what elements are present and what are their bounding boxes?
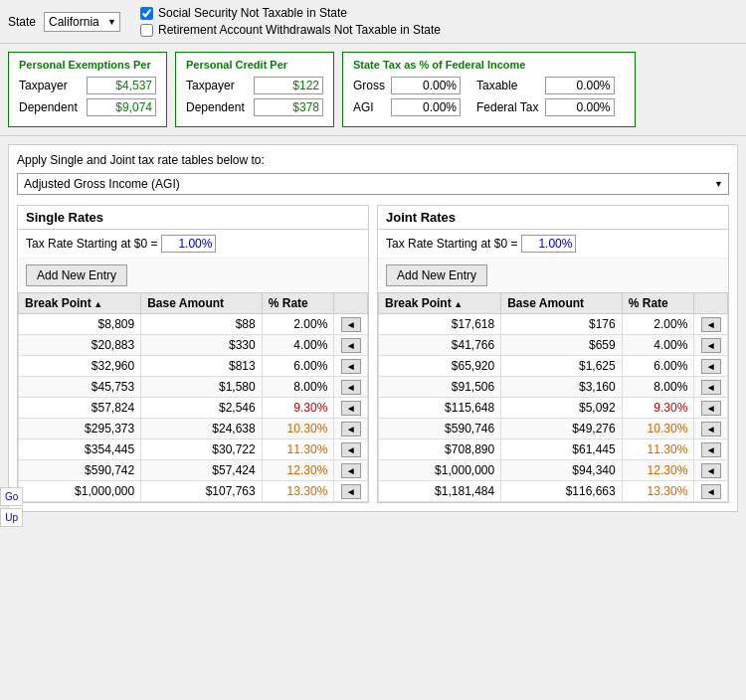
single-del-cell[interactable]: ◄: [334, 398, 368, 419]
joint-delete-button[interactable]: ◄: [701, 380, 721, 395]
joint-base-amount-header[interactable]: Base Amount: [501, 293, 623, 314]
single-base-amount-cell: $30,722: [141, 439, 263, 460]
joint-del-cell[interactable]: ◄: [694, 314, 728, 335]
up-button[interactable]: Up: [0, 508, 23, 527]
table-row: $295,373 $24,638 10.30% ◄: [19, 419, 368, 439]
joint-del-cell[interactable]: ◄: [694, 377, 728, 398]
single-delete-button[interactable]: ◄: [341, 359, 361, 374]
joint-del-cell[interactable]: ◄: [694, 481, 728, 502]
taxpayer-exemption-row: Taxpayer: [19, 77, 156, 94]
state-select-wrapper[interactable]: California: [44, 12, 120, 32]
single-delete-button[interactable]: ◄: [341, 317, 361, 332]
single-add-entry-button[interactable]: Add New Entry: [26, 264, 127, 286]
dependent-credit-input[interactable]: [254, 98, 323, 116]
table-row: $91,506 $3,160 8.00% ◄: [379, 377, 728, 398]
single-table-wrapper[interactable]: Break Point Base Amount % Rate $8,809 $8…: [18, 292, 368, 502]
single-del-header: [334, 293, 368, 314]
retirement-checkbox[interactable]: [140, 24, 153, 37]
joint-break-point-cell: $91,506: [379, 377, 501, 398]
table-row: $590,746 $49,276 10.30% ◄: [379, 419, 728, 439]
joint-delete-button[interactable]: ◄: [701, 338, 721, 353]
personal-credit-title: Personal Credit Per: [186, 59, 323, 71]
single-base-amount-header[interactable]: Base Amount: [141, 293, 263, 314]
joint-starting-label: Tax Rate Starting at $0 =: [386, 237, 517, 251]
joint-rate-cell: 11.30%: [622, 439, 694, 460]
state-select[interactable]: California: [44, 12, 120, 32]
joint-table-wrapper[interactable]: Break Point Base Amount % Rate $17,618 $…: [378, 292, 728, 502]
single-del-cell[interactable]: ◄: [334, 460, 368, 481]
table-row: $17,618 $176 2.00% ◄: [379, 314, 728, 335]
personal-exemptions-title: Personal Exemptions Per: [19, 59, 156, 71]
taxpayer-exemption-input[interactable]: [87, 77, 156, 94]
joint-add-entry-button[interactable]: Add New Entry: [386, 264, 487, 286]
table-row: $20,883 $330 4.00% ◄: [19, 335, 368, 356]
agi-pct-input[interactable]: [391, 98, 461, 116]
joint-rate-cell: 13.30%: [622, 481, 694, 502]
joint-rate-cell: 9.30%: [622, 398, 694, 419]
single-delete-button[interactable]: ◄: [341, 442, 361, 457]
single-del-cell[interactable]: ◄: [334, 419, 368, 439]
joint-rate-cell: 2.00%: [622, 314, 694, 335]
single-break-point-cell: $8,809: [19, 314, 141, 335]
taxpayer-credit-row: Taxpayer: [186, 77, 323, 94]
single-break-point-cell: $20,883: [19, 335, 141, 356]
joint-delete-button[interactable]: ◄: [701, 484, 721, 499]
joint-base-amount-cell: $5,092: [501, 398, 623, 419]
single-del-cell[interactable]: ◄: [334, 335, 368, 356]
single-del-cell[interactable]: ◄: [334, 439, 368, 460]
single-starting-input[interactable]: [161, 235, 216, 253]
joint-break-point-cell: $708,890: [379, 439, 501, 460]
joint-del-cell[interactable]: ◄: [694, 439, 728, 460]
joint-rate-cell: 8.00%: [622, 377, 694, 398]
joint-delete-button[interactable]: ◄: [701, 401, 721, 416]
dependent-exemption-input[interactable]: [87, 98, 156, 116]
single-delete-button[interactable]: ◄: [341, 484, 361, 499]
single-del-cell[interactable]: ◄: [334, 377, 368, 398]
gross-label: Gross: [353, 79, 385, 92]
joint-delete-button[interactable]: ◄: [701, 317, 721, 332]
side-buttons: Go Up: [0, 487, 23, 527]
joint-delete-button[interactable]: ◄: [701, 359, 721, 374]
single-delete-button[interactable]: ◄: [341, 463, 361, 478]
joint-delete-button[interactable]: ◄: [701, 463, 721, 478]
joint-del-cell[interactable]: ◄: [694, 460, 728, 481]
joint-del-cell[interactable]: ◄: [694, 419, 728, 439]
single-delete-button[interactable]: ◄: [341, 422, 361, 437]
joint-rate-header[interactable]: % Rate: [622, 293, 694, 314]
agi-select[interactable]: Adjusted Gross Income (AGI): [17, 173, 729, 195]
joint-rate-cell: 6.00%: [622, 356, 694, 377]
single-break-point-header[interactable]: Break Point: [19, 293, 141, 314]
joint-starting-input[interactable]: [521, 235, 576, 253]
agi-select-wrapper[interactable]: Adjusted Gross Income (AGI): [17, 173, 729, 195]
joint-del-cell[interactable]: ◄: [694, 335, 728, 356]
go-button[interactable]: Go: [0, 487, 23, 506]
single-delete-button[interactable]: ◄: [341, 380, 361, 395]
taxable-input[interactable]: [545, 77, 615, 94]
single-break-point-cell: $354,445: [19, 439, 141, 460]
cards-row: Personal Exemptions Per Taxpayer Depende…: [0, 44, 746, 136]
single-delete-button[interactable]: ◄: [341, 401, 361, 416]
taxpayer-exemption-label: Taxpayer: [19, 79, 79, 92]
gross-input[interactable]: [391, 77, 461, 94]
joint-rate-cell: 12.30%: [622, 460, 694, 481]
joint-break-point-cell: $65,920: [379, 356, 501, 377]
single-rate-header[interactable]: % Rate: [262, 293, 334, 314]
joint-del-cell[interactable]: ◄: [694, 398, 728, 419]
joint-delete-button[interactable]: ◄: [701, 442, 721, 457]
joint-starting-row: Tax Rate Starting at $0 =: [378, 230, 728, 259]
single-del-cell[interactable]: ◄: [334, 481, 368, 502]
single-delete-button[interactable]: ◄: [341, 338, 361, 353]
single-break-point-cell: $45,753: [19, 377, 141, 398]
single-del-cell[interactable]: ◄: [334, 314, 368, 335]
taxpayer-credit-input[interactable]: [254, 77, 323, 94]
single-rate-cell: 9.30%: [262, 398, 334, 419]
federal-tax-input[interactable]: [545, 98, 615, 116]
single-del-cell[interactable]: ◄: [334, 356, 368, 377]
checkbox2-label: Retirement Account Withdrawals Not Taxab…: [158, 23, 441, 37]
joint-delete-button[interactable]: ◄: [701, 422, 721, 437]
joint-break-point-header[interactable]: Break Point: [379, 293, 501, 314]
joint-del-cell[interactable]: ◄: [694, 356, 728, 377]
single-break-point-cell: $295,373: [19, 419, 141, 439]
single-rate-cell: 13.30%: [262, 481, 334, 502]
social-security-checkbox[interactable]: [140, 7, 153, 20]
